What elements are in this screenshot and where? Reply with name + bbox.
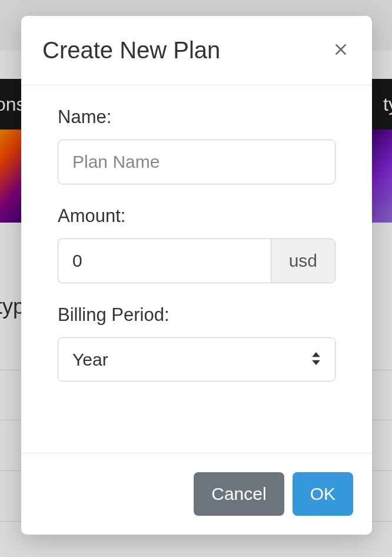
name-label: Name:	[58, 107, 335, 128]
create-plan-modal: Create New Plan Name: Amount: usd Billin…	[21, 16, 372, 535]
name-field-group: Name:	[58, 107, 335, 184]
close-button[interactable]	[331, 39, 351, 61]
billing-period-select[interactable]: Year	[58, 337, 335, 382]
billing-period-field-group: Billing Period: Year	[58, 304, 335, 382]
close-icon	[333, 42, 348, 59]
amount-input[interactable]	[58, 238, 271, 283]
amount-input-group: usd	[58, 238, 335, 283]
plan-name-input[interactable]	[58, 140, 335, 184]
modal-footer: Cancel OK	[21, 453, 372, 535]
modal-title: Create New Plan	[42, 37, 220, 64]
ok-button[interactable]: OK	[293, 472, 353, 516]
billing-period-select-wrapper: Year	[58, 337, 335, 382]
modal-body: Name: Amount: usd Billing Period: Year	[21, 85, 372, 453]
amount-label: Amount:	[58, 205, 335, 227]
cancel-button[interactable]: Cancel	[194, 472, 284, 516]
amount-field-group: Amount: usd	[58, 205, 335, 283]
billing-period-label: Billing Period:	[58, 304, 335, 326]
modal-header: Create New Plan	[21, 16, 372, 85]
currency-addon: usd	[271, 238, 335, 283]
